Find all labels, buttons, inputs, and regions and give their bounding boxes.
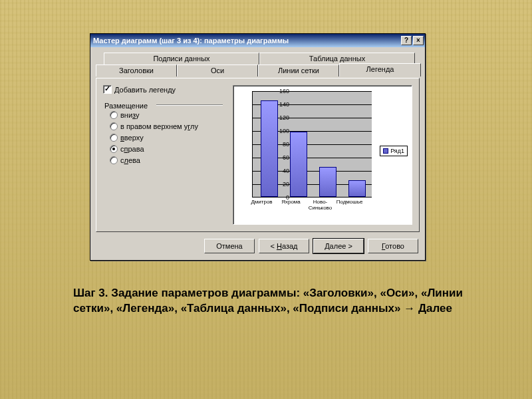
tab-data-labels[interactable]: Подписи данных <box>104 53 259 65</box>
radio-bottom-row[interactable]: внизу <box>110 111 223 119</box>
legend-options: Добавить легенду Размещение внизу в прав… <box>103 85 223 168</box>
tabstrip: Подписи данных Таблица данных Заголовки … <box>96 53 420 78</box>
next-button[interactable]: Далее > <box>313 239 364 253</box>
radio-corner-label: в правом верхнем углу <box>120 122 198 130</box>
ytick-120: 120 <box>275 114 289 121</box>
cancel-button[interactable]: Отмена <box>204 239 255 253</box>
chart-preview: 160 140 120 100 80 60 40 20 0 Дмитров Ях… <box>233 85 412 225</box>
radio-bottom[interactable] <box>110 111 118 119</box>
tab-titles[interactable]: Заголовки <box>96 65 177 76</box>
ytick-40: 40 <box>275 168 289 174</box>
dialog-body: Подписи данных Таблица данных Заголовки … <box>90 47 425 260</box>
fieldset-separator <box>156 104 223 106</box>
xtick-1: Яхрома <box>276 199 306 205</box>
bar-1 <box>290 132 307 197</box>
slide-caption: Шаг 3. Задание параметров диаграммы: «За… <box>73 286 466 317</box>
radio-left-label: слева <box>120 156 140 164</box>
ytick-140: 140 <box>275 101 289 108</box>
bar-3 <box>348 180 366 197</box>
button-bar: Отмена < Назад Далее > Готово <box>96 239 420 253</box>
radio-left[interactable] <box>110 156 118 164</box>
radio-left-row[interactable]: слева <box>110 156 223 164</box>
tab-legend[interactable]: Легенда <box>339 63 421 76</box>
chart-legend: Ряд1 <box>380 146 408 156</box>
radio-top-row[interactable]: вверху <box>110 134 223 142</box>
radio-top-label: вверху <box>120 134 144 142</box>
tab-gridlines[interactable]: Линии сетки <box>258 65 339 76</box>
ytick-100: 100 <box>275 128 289 134</box>
radio-right-label: справа <box>120 145 144 153</box>
radio-top[interactable] <box>110 134 118 142</box>
titlebar[interactable]: Мастер диаграмм (шаг 3 из 4): параметры … <box>90 34 425 47</box>
ytick-160: 160 <box>275 88 289 94</box>
legend-series-label: Ряд1 <box>390 148 404 154</box>
show-legend-checkbox-row[interactable]: Добавить легенду <box>103 85 223 94</box>
close-button[interactable]: × <box>413 36 424 45</box>
radio-bottom-label: внизу <box>120 111 140 119</box>
show-legend-label: Добавить легенду <box>114 86 176 94</box>
radio-corner[interactable] <box>110 122 118 130</box>
ytick-80: 80 <box>275 141 289 148</box>
bar-2 <box>319 167 336 197</box>
xtick-3: Подмошье <box>334 199 364 205</box>
radio-right-row[interactable]: справа <box>110 145 223 153</box>
placement-legend: Размещение <box>103 102 149 110</box>
chart-wizard-dialog: Мастер диаграмм (шаг 3 из 4): параметры … <box>90 33 426 261</box>
placement-fieldset: Размещение внизу в правом верхнем углу <box>103 98 223 164</box>
help-button[interactable]: ? <box>401 36 412 45</box>
radio-corner-row[interactable]: в правом верхнем углу <box>110 122 223 130</box>
xtick-0: Дмитров <box>247 199 277 205</box>
ytick-20: 20 <box>275 181 289 188</box>
ytick-60: 60 <box>275 154 289 161</box>
legend-swatch-icon <box>383 148 388 154</box>
radio-right[interactable] <box>110 145 118 153</box>
xtick-2: Ново-Синьково <box>305 199 335 211</box>
window-title: Мастер диаграмм (шаг 3 из 4): параметры … <box>93 37 400 45</box>
finish-button[interactable]: Готово <box>368 239 418 253</box>
tab-axes[interactable]: Оси <box>177 65 258 76</box>
placement-radios: внизу в правом верхнем углу вверху <box>103 111 223 164</box>
back-button[interactable]: < Назад <box>259 239 309 253</box>
tab-page-legend: Добавить легенду Размещение внизу в прав… <box>96 78 420 232</box>
show-legend-checkbox[interactable] <box>103 85 112 94</box>
plot-area <box>252 91 372 198</box>
